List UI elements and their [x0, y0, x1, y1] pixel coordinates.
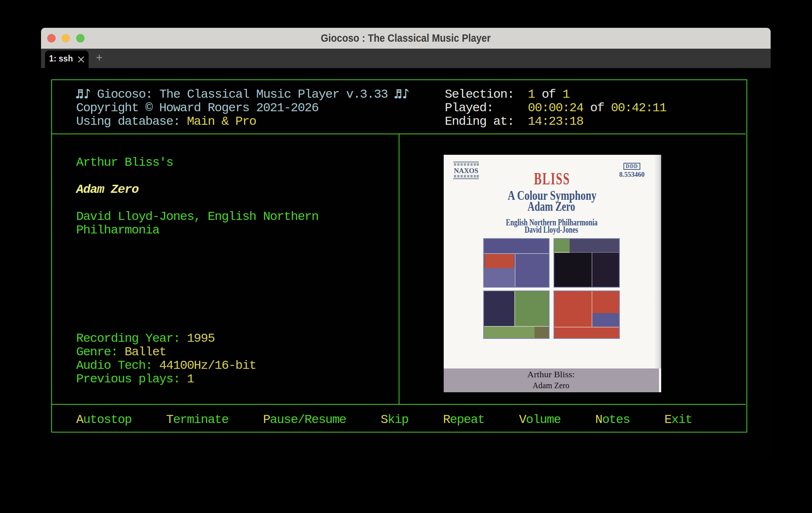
- svg-text:NAXOS: NAXOS: [454, 167, 478, 175]
